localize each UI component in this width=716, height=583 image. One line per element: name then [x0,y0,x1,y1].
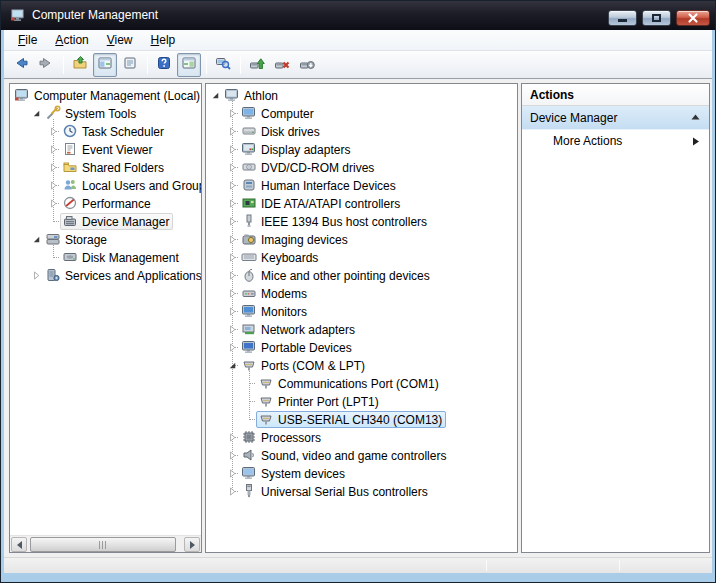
expander-open-icon[interactable] [29,232,43,246]
forward-button[interactable] [34,53,58,77]
tree-item-shared-folders[interactable]: Shared Folders [10,158,201,176]
expander-closed-icon[interactable] [225,448,239,462]
expander-closed-icon[interactable] [225,304,239,318]
restore-button[interactable] [642,10,671,26]
tree-item-disk-drives[interactable]: Disk drives [206,122,517,140]
tree-item-label: Monitors [261,304,307,319]
menu-help[interactable]: Help [143,31,184,49]
tree-item-printer-port-lpt1[interactable]: Printer Port (LPT1) [206,392,517,410]
tree-item-performance[interactable]: Performance [10,194,201,212]
tree-item-computer-management-local[interactable]: Computer Management (Local) [10,86,201,104]
tree-item-storage[interactable]: Storage [10,230,201,248]
expander-closed-icon[interactable] [225,268,239,282]
expander-closed-icon[interactable] [225,430,239,444]
expander-closed-icon[interactable] [225,106,239,120]
tree-item-event-viewer[interactable]: Event Viewer [10,140,201,158]
expander-closed-icon[interactable] [225,160,239,174]
expander-closed-icon[interactable] [225,322,239,336]
expander-closed-icon[interactable] [225,232,239,246]
scroll-right-button[interactable] [184,537,200,552]
expander-open-icon[interactable] [29,106,43,120]
disable-device-button[interactable] [295,53,319,77]
show-hide-console-tree-button[interactable] [93,53,117,77]
expander-closed-icon[interactable] [46,160,60,174]
tree-item-label: Computer Management (Local) [34,88,200,103]
tree-item-monitors[interactable]: Monitors [206,302,517,320]
expander-closed-icon[interactable] [225,124,239,138]
help-button[interactable] [152,53,176,77]
expander-closed-icon[interactable] [225,340,239,354]
tree-item-mice-and-other-pointing-devices[interactable]: Mice and other pointing devices [206,266,517,284]
expander-open-icon[interactable] [208,88,222,102]
expander-closed-icon[interactable] [46,124,60,138]
expander-closed-icon[interactable] [225,484,239,498]
tree-item-computer[interactable]: Computer [206,104,517,122]
users-groups-icon [62,177,78,193]
tree-item-universal-serial-bus-controllers[interactable]: Universal Serial Bus controllers [206,482,517,500]
scan-hardware-changes-button[interactable] [211,53,235,77]
tree-item-ide-ata-atapi-controllers[interactable]: IDE ATA/ATAPI controllers [206,194,517,212]
expander-closed-icon[interactable] [29,268,43,282]
tree-item-system-tools[interactable]: System Tools [10,104,201,122]
tree-item-processors[interactable]: Processors [206,428,517,446]
tree-item-imaging-devices[interactable]: Imaging devices [206,230,517,248]
tree-item-sound-video-and-game-controllers[interactable]: Sound, video and game controllers [206,446,517,464]
expander-closed-icon[interactable] [225,142,239,156]
tree-item-dvd-cd-rom-drives[interactable]: DVD/CD-ROM drives [206,158,517,176]
tree-item-athlon[interactable]: Athlon [206,86,517,104]
expander-closed-icon[interactable] [46,142,60,156]
tree-item-label: Mice and other pointing devices [261,268,430,283]
tree-item-network-adapters[interactable]: Network adapters [206,320,517,338]
actions-group-label: Device Manager [530,111,690,125]
scroll-left-button[interactable] [11,537,27,552]
tree-item-device-manager[interactable]: Device Manager [10,212,201,230]
expander-closed-icon[interactable] [225,214,239,228]
actions-group-device-manager[interactable]: Device Manager [522,106,709,130]
performance-icon [62,195,78,211]
tree-item-usb-serial-ch340-com13[interactable]: USB-SERIAL CH340 (COM13) [206,410,517,428]
tree-item-services-and-applications[interactable]: Services and Applications [10,266,201,284]
tree-item-label: DVD/CD-ROM drives [261,160,374,175]
expander-closed-icon[interactable] [46,178,60,192]
collapse-arrow-icon[interactable] [690,112,701,123]
menu-file[interactable]: File [10,31,45,49]
tree-item-ieee-1394-bus-host-controllers[interactable]: IEEE 1394 Bus host controllers [206,212,517,230]
properties-button[interactable] [118,53,142,77]
tree-item-modems[interactable]: Modems [206,284,517,302]
expander-closed-icon[interactable] [225,286,239,300]
tree-item-human-interface-devices[interactable]: Human Interface Devices [206,176,517,194]
more-actions-item[interactable]: More Actions [522,130,709,152]
scrollbar-thumb[interactable] [30,537,176,552]
close-icon [687,12,699,24]
tree-item-communications-port-com1[interactable]: Communications Port (COM1) [206,374,517,392]
expander-open-icon[interactable] [225,358,239,372]
scrollbar-grip-icon [99,541,108,549]
tree-item-system-devices[interactable]: System devices [206,464,517,482]
expander-closed-icon[interactable] [225,196,239,210]
uninstall-device-button[interactable] [270,53,294,77]
tree-item-task-scheduler[interactable]: Task Scheduler [10,122,201,140]
close-button[interactable] [676,10,710,26]
tree-item-label: Services and Applications [65,268,201,283]
expander-closed-icon[interactable] [225,466,239,480]
tree-item-disk-management[interactable]: Disk Management [10,248,201,266]
expander-closed-icon[interactable] [46,196,60,210]
update-driver-button[interactable] [245,53,269,77]
minimize-button[interactable] [608,10,637,26]
status-separator [486,560,487,571]
menu-view[interactable]: View [99,31,141,49]
tree-item-portable-devices[interactable]: Portable Devices [206,338,517,356]
tree-item-ports-com-lpt[interactable]: Ports (COM & LPT) [206,356,517,374]
tree-item-keyboards[interactable]: Keyboards [206,248,517,266]
serial-port-icon [258,375,274,391]
tree-item-display-adapters[interactable]: Display adapters [206,140,517,158]
tree-item-local-users-and-groups[interactable]: Local Users and Groups [10,176,201,194]
up-one-level-button[interactable] [68,53,92,77]
show-hide-action-pane-button[interactable] [177,53,201,77]
network-adapter-icon [241,321,257,337]
menu-action[interactable]: Action [47,31,96,49]
back-button[interactable] [9,53,33,77]
expander-closed-icon[interactable] [225,250,239,264]
left-tree-horizontal-scrollbar[interactable] [10,535,201,552]
expander-closed-icon[interactable] [225,178,239,192]
